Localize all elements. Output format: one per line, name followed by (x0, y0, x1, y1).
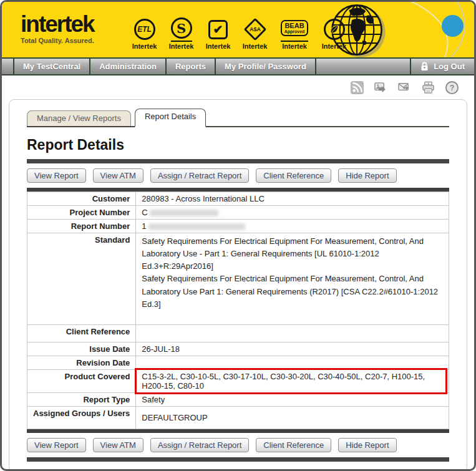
help-icon[interactable]: ? (445, 80, 459, 95)
table-row: Report Type Safety (27, 392, 449, 406)
blue-dot-decoration (442, 15, 464, 37)
standard-value: Safety Requirements For Electrical Equip… (136, 233, 449, 325)
etl-mark: ETL Intertek (130, 17, 159, 50)
rss-icon[interactable] (350, 80, 364, 95)
redacted-value (148, 223, 245, 230)
table-bottom-bar (27, 429, 449, 433)
report-details-table: Customer 280983 - Across International L… (27, 192, 449, 429)
standard-label: Standard (27, 233, 136, 325)
menu-spacer (316, 59, 411, 74)
table-row: Project Number C (27, 206, 449, 220)
beab-approved-icon: BEAB Approved (281, 20, 309, 36)
redacted-value (150, 210, 218, 216)
eco-mark: Intertek (319, 17, 349, 50)
tab-bar: Manage / View Reports Report Details (27, 109, 449, 127)
svg-text:?: ? (450, 84, 455, 92)
table-row: Customer 280983 - Across International L… (27, 192, 449, 206)
client-reference-button[interactable]: Client Reference (256, 438, 331, 452)
view-report-button[interactable]: View Report (27, 168, 86, 183)
menu-item-my-testcentral[interactable]: My TestCentral (14, 59, 90, 74)
table-row: Standard Safety Requirements For Electri… (27, 233, 449, 325)
image-forward-icon[interactable] (374, 80, 388, 95)
table-row: Issue Date 26-JUL-18 (27, 342, 449, 356)
s-circle-icon: S (171, 17, 192, 39)
lock-icon (420, 62, 429, 71)
tab-manage-view-reports[interactable]: Manage / View Reports (27, 110, 131, 126)
icon-toolbar: ? (2, 75, 474, 99)
action-buttons-bottom: View Report View ATM Assign / Retract Re… (27, 438, 449, 452)
report-type-label: Report Type (27, 392, 136, 406)
leaf-circle-icon (324, 19, 345, 40)
etl-circle-icon: ETL (134, 19, 155, 40)
table-row: Report Number 1 (27, 220, 449, 233)
main-menu: My TestCentral Administration Reports My… (2, 57, 474, 75)
menu-item-reports[interactable]: Reports (167, 59, 216, 74)
issue-date-value: 26-JUL-18 (136, 342, 449, 356)
issue-date-label: Issue Date (27, 342, 136, 356)
divider-bar (27, 457, 449, 462)
mail-send-icon[interactable] (397, 80, 412, 95)
project-number-label: Project Number (27, 206, 136, 220)
table-row: Assigned Groups / Users DEFAULTGROUP (27, 406, 449, 429)
revision-date-value (136, 356, 449, 369)
asta-diamond-icon: A$A (243, 18, 266, 41)
assigned-groups-value: DEFAULTGROUP (136, 406, 449, 429)
view-atm-button[interactable]: View ATM (93, 438, 143, 452)
customer-label: Customer (27, 192, 136, 206)
print-icon[interactable] (421, 80, 435, 95)
client-reference-value (136, 324, 449, 342)
s-mark: S Intertek (167, 17, 196, 50)
report-type-value: Safety (136, 392, 449, 406)
asta-mark: A$A Intertek (240, 17, 270, 50)
intertek-logo: intertek Total Quality. Assured. (21, 12, 94, 44)
quality-check-mark: ✔ Intertek (203, 17, 233, 50)
report-details-table-wrap: Customer 280983 - Across International L… (27, 188, 449, 433)
revision-date-label: Revision Date (27, 356, 136, 369)
action-buttons-top: View Report View ATM Assign / Retract Re… (27, 168, 449, 183)
view-atm-button[interactable]: View ATM (93, 168, 143, 183)
hide-report-button[interactable]: Hide Report (338, 168, 396, 183)
testcentral-page: intertek Total Quality. Assured. (0, 0, 476, 471)
report-number-value: 1 (136, 220, 449, 233)
report-number-label: Report Number (27, 220, 136, 233)
product-covered-label: Product Covered (27, 369, 136, 392)
tab-report-details[interactable]: Report Details (135, 109, 206, 127)
divider-bar (27, 159, 449, 163)
standard-line-1: Safety Requirements For Electrical Equip… (142, 235, 443, 273)
client-reference-button[interactable]: Client Reference (256, 168, 331, 183)
customer-value: 280983 - Across International LLC (136, 192, 449, 206)
content-card: Manage / View Reports Report Details Rep… (9, 99, 467, 471)
hide-report-button[interactable]: Hide Report (338, 438, 396, 452)
assign-retract-report-button[interactable]: Assign / Retract Report (150, 168, 249, 183)
product-covered-value: C15-3-2L, C30-10-5L, C30-17-10L, C30-30-… (136, 369, 449, 392)
menu-stub (2, 59, 14, 74)
logout-button[interactable]: Log Out (411, 59, 474, 74)
table-row: Revision Date (27, 356, 449, 369)
project-number-value: C (136, 206, 449, 220)
certification-marks: ETL Intertek S Intertek ✔ Intertek A$A I… (130, 17, 349, 50)
beab-mark: BEAB Approved Intertek (277, 17, 312, 50)
client-reference-label: Client Reference (27, 324, 136, 342)
masthead: intertek Total Quality. Assured. (2, 2, 474, 57)
brand-tagline: Total Quality. Assured. (21, 37, 94, 44)
table-row: Client Reference (27, 324, 449, 342)
menu-item-administration[interactable]: Administration (90, 59, 167, 74)
standard-line-2: Safety Requirements For Electrical Equip… (142, 273, 443, 310)
logout-label: Log Out (434, 62, 465, 71)
assigned-groups-label: Assigned Groups / Users (27, 406, 136, 429)
page-title: Report Details (27, 137, 449, 153)
check-square-icon: ✔ (208, 20, 228, 39)
menu-item-profile-password[interactable]: My Profile/ Password (216, 59, 316, 74)
assign-retract-report-button[interactable]: Assign / Retract Report (150, 438, 249, 452)
intertek-logo-text: intertek (21, 12, 94, 36)
view-report-button[interactable]: View Report (27, 438, 86, 452)
table-row: Product Covered C15-3-2L, C30-10-5L, C30… (27, 369, 449, 392)
